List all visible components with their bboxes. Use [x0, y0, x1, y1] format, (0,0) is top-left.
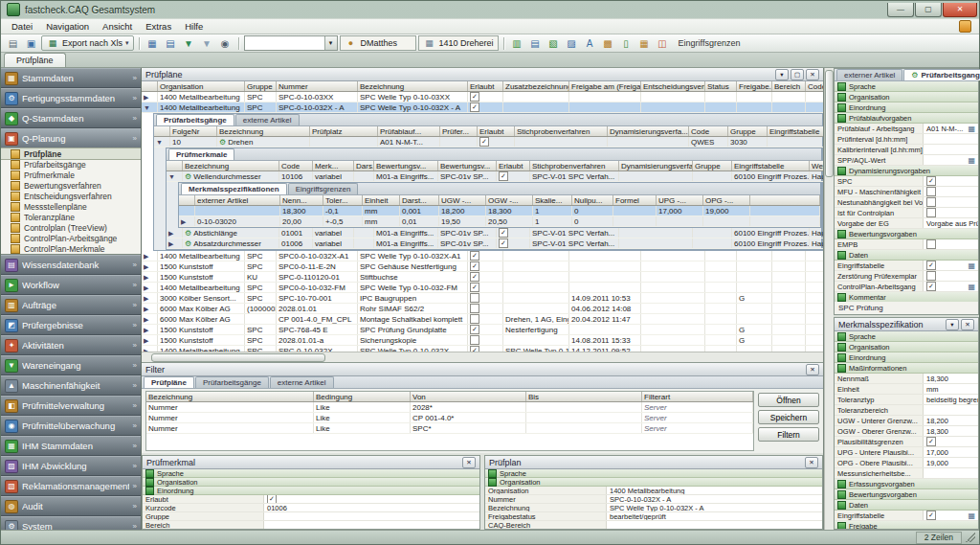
maximize-button[interactable] — [915, 3, 942, 17]
prop-row-nummer[interactable]: NummerSPC-0-10-032X - A — [485, 495, 822, 504]
sidebar-section-q-planung[interactable]: ▣Q-Planung» — [1, 128, 141, 148]
prufplan-close-icon[interactable] — [805, 457, 818, 468]
sidebar-section-system[interactable]: ⚙System» — [1, 516, 141, 530]
sidebar-section-audit[interactable]: ◍Audit» — [1, 496, 141, 516]
merkmale-table-bottom[interactable]: ▶⚙Abstichlänge01001variabelM01-a Eingrif… — [167, 228, 823, 249]
row-expander-icon[interactable]: ▶ — [168, 230, 173, 237]
sidebar-section-maschinenfähigkeit[interactable]: ▲Maschinenfähigkeit» — [1, 375, 141, 396]
prop-section-erfassungsvorgaben[interactable]: Erfassungsvorgaben — [835, 479, 978, 489]
table-row[interactable]: ▶1400 MetallbearbeitungSPCSPC-0-10-03XXS… — [142, 92, 823, 102]
prop-section-organisation[interactable]: Organisation — [485, 478, 822, 487]
column-header-bezeichnung[interactable]: Bezeichnung — [358, 81, 468, 92]
chart-icon[interactable]: ▨ — [564, 35, 580, 51]
table-lookup-icon[interactable]: ▦ — [968, 156, 975, 165]
dock-menu-icon[interactable] — [946, 319, 959, 330]
sidebar-item-prüfarbeitsgänge[interactable]: Prüfarbeitsgänge — [1, 159, 141, 170]
checkbox-checked[interactable]: ✓ — [470, 325, 479, 334]
prop-row-prüfinterval-d-hh-mm[interactable]: Prüfinterval [d.hh:mm] — [835, 134, 978, 145]
checkbox-checked[interactable]: ✓ — [470, 283, 479, 292]
column-header-gruppe[interactable]: Gruppe — [693, 161, 732, 171]
sidebar-item-prüfpläne[interactable]: Prüfpläne — [1, 148, 141, 159]
filter-close-icon[interactable] — [806, 364, 819, 375]
export-button[interactable]: ▦Export nach Xls▾ — [41, 35, 134, 51]
close-button[interactable] — [943, 3, 977, 17]
checkbox-unchecked[interactable] — [470, 293, 479, 303]
sidebar-item-entscheidungsverfahren[interactable]: Entscheidungsverfahren — [1, 191, 141, 201]
row-expander-icon[interactable]: ▼ — [168, 173, 175, 180]
report-icon[interactable]: ▥ — [509, 35, 525, 51]
prop-row-freigabestatus[interactable]: Freigabestatusbearbeitet/geprüft — [485, 512, 822, 521]
tab-externer-artikel-right[interactable]: externer Artikel — [836, 69, 902, 80]
table-row[interactable]: ▼1400 MetallbearbeitungSPCSPC-0-10-032X … — [142, 102, 823, 113]
prop-row-spc[interactable]: SPC✓ — [835, 176, 978, 187]
prop-row-erlaubt[interactable]: Erlaubt✓ — [143, 495, 479, 504]
column-header-merk[interactable]: Merk... — [313, 161, 354, 171]
table-row[interactable]: ▶6000 Max Kölber AGCP 001-4.0_FM_CPLMont… — [142, 314, 823, 325]
prop-row-prüfablauf-arbeitsgang[interactable]: Prüfablauf - ArbeitsgangA01 N-M-...▦ — [835, 124, 978, 134]
quick-select-combo[interactable]: ▾ — [244, 35, 338, 51]
column-header-upg[interactable]: UPG -... — [657, 195, 703, 206]
prop-row-ugw-unterer-grenzw[interactable]: UGW - Unterer Grenzw...18,200 — [835, 416, 978, 426]
sidebar-section-reklamationsmanagement[interactable]: ▧Reklamationsmanagement» — [1, 476, 141, 496]
column-header-status[interactable]: Status — [705, 81, 737, 92]
checkbox-checked[interactable]: ✓ — [499, 238, 508, 248]
tab-eingriffsgrenzen[interactable]: Eingriffsgrenzen — [288, 183, 359, 194]
checkbox-unchecked[interactable] — [926, 208, 936, 217]
column-header-nenn[interactable]: Nenn... — [280, 195, 323, 206]
table-lookup-icon[interactable]: ▦ — [968, 283, 975, 291]
speichern-button[interactable]: Speichern — [758, 410, 819, 424]
row-expander-icon[interactable]: ▶ — [144, 94, 148, 101]
column-header-formel[interactable]: Formel — [613, 195, 657, 206]
offnen-button[interactable]: Öffnen — [758, 393, 819, 407]
prop-section-daten[interactable]: Daten — [835, 250, 978, 261]
prop-row-caq-bereich[interactable]: CAQ-Bereich — [485, 521, 822, 529]
vertical-scrollbar[interactable] — [824, 68, 834, 530]
checkbox-unchecked[interactable] — [926, 239, 936, 249]
column-header-toler[interactable]: Toler... — [323, 195, 363, 206]
checkbox-checked[interactable]: ✓ — [926, 261, 936, 270]
row-expander-icon[interactable]: ▶ — [144, 253, 148, 260]
sidebar-section-prüfergebnisse[interactable]: ◩Prüfergebnisse» — [1, 315, 141, 335]
checkbox-checked[interactable]: ✓ — [470, 92, 479, 102]
sidebar-item-messstellenpläne[interactable]: Messstellenpläne — [1, 201, 141, 212]
prop-section-organisation[interactable]: Organisation — [835, 342, 978, 352]
title-bar[interactable]: fastcheck.CAQ Gesamtsystem — [1, 1, 979, 18]
prop-row-kurzcode[interactable]: Kurzcode01006 — [143, 504, 479, 512]
prop-row-upg-untere-plausibi[interactable]: UPG - Untere Plausibi...17,000 — [835, 447, 978, 458]
checkbox-checked[interactable]: ✓ — [470, 261, 479, 271]
table-row[interactable]: ▶⚙Absatzdurchmesser01006variabelM01-a Ei… — [167, 238, 823, 249]
column-header-bezeichnung[interactable]: Bezeichnung — [146, 392, 314, 402]
tab-prufarbeitsgaenge[interactable]: Prüfarbeitsgänge — [156, 114, 234, 125]
column-header-dynamisierungsverfa[interactable]: Dynamisierungsverfa... — [619, 161, 693, 171]
prop-row-messunsicherheitsbe[interactable]: Messunsicherheitsbe... — [835, 468, 978, 479]
horizontal-scrollbar[interactable] — [142, 352, 823, 362]
column-header-freigabe-am-freigabe[interactable]: Freigabe am (Freigabe) — [569, 81, 641, 92]
sidebar-section-aufträge[interactable]: ▥Aufträge» — [1, 295, 141, 315]
column-header-bis[interactable]: Bis — [526, 392, 642, 402]
table-row[interactable]: ▶1400 MetallbearbeitungSPCSPC0-0-10-032-… — [142, 283, 823, 293]
tab-prufplane-document[interactable]: Prüfpläne — [4, 53, 66, 67]
row-expander-icon[interactable]: ▶ — [144, 284, 148, 291]
prop-row-eingriffstabelle[interactable]: Eingriffstabelle✓▦ — [835, 511, 978, 521]
print-icon[interactable]: ▤ — [5, 35, 21, 51]
table-view-icon[interactable]: ▦ — [145, 35, 161, 51]
prop-section-daten[interactable]: Daten — [835, 500, 978, 511]
prop-section-einordnung[interactable]: Einordnung — [143, 487, 479, 495]
column-header-nullpu[interactable]: Nullpu... — [572, 195, 613, 206]
prop-row-vorgabe-der-eg[interactable]: Vorgabe der EGVorgabe aus Prü... — [835, 218, 978, 229]
prop-section-sprache[interactable]: Sprache — [835, 81, 978, 92]
sidebar-item-prüfmerkmale[interactable]: Prüfmerkmale — [1, 170, 141, 180]
column-header-blank[interactable] — [142, 81, 158, 92]
table-lookup-icon[interactable]: ▦ — [968, 511, 975, 520]
plant-field[interactable]: ▦1410 Dreherei — [418, 35, 499, 51]
table-row[interactable]: ▶6000 Max Kölber AG(10000030)2028.01.01R… — [142, 304, 823, 314]
prop-section-maßinformationen[interactable]: Maßinformationen — [835, 363, 978, 374]
panel-close-icon[interactable] — [806, 69, 819, 80]
sidebar-section-prüfmittelüberwachung[interactable]: ◉Prüfmittelüberwachung» — [1, 416, 141, 436]
prop-section-dynamisierungsvorgaben[interactable]: Dynamisierungsvorgaben — [835, 166, 978, 176]
filter-clear-icon[interactable]: ▼ — [199, 35, 215, 51]
prop-row-mfu-maschinenfähigkeit[interactable]: MFU - Maschinenfähigkeit — [835, 187, 978, 197]
row-expander-icon[interactable]: ▶ — [144, 316, 148, 323]
column-header-code[interactable]: Code — [806, 81, 824, 92]
checkbox-checked[interactable]: ✓ — [926, 511, 936, 520]
